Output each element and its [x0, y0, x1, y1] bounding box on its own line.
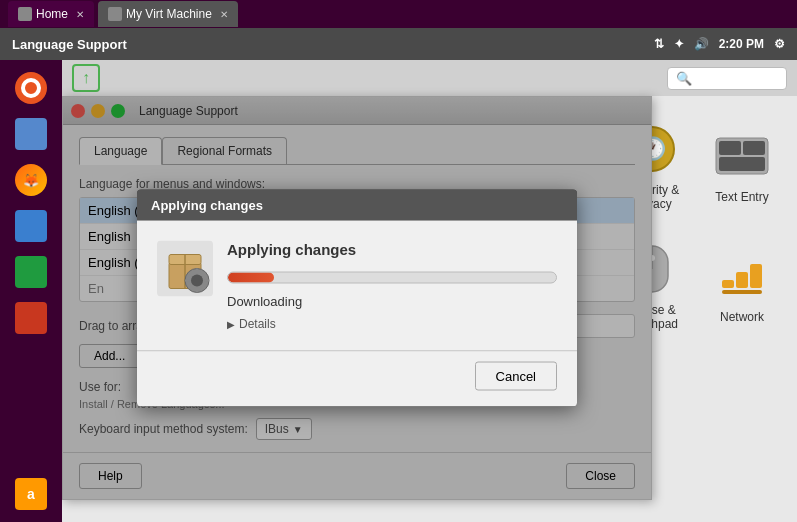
tab-virt[interactable]: My Virt Machine ✕	[98, 1, 238, 27]
sidebar-item-calc[interactable]	[11, 252, 51, 292]
firefox-icon: 🦊	[15, 164, 47, 196]
svg-rect-22	[204, 280, 209, 282]
svg-rect-21	[185, 280, 190, 282]
tab-bar: Home ✕ My Virt Machine ✕	[0, 0, 797, 28]
search-input[interactable]	[696, 71, 778, 85]
svg-rect-9	[722, 280, 734, 288]
sidebar-item-amazon[interactable]: a	[11, 474, 51, 514]
svg-rect-20	[196, 288, 198, 293]
applying-changes-dialog: Applying changes	[137, 190, 577, 407]
svg-rect-3	[719, 141, 741, 155]
sidebar-item-ubuntu[interactable]	[11, 68, 51, 108]
gear-animation-icon	[157, 241, 213, 297]
sidebar-item-firefox[interactable]: 🦊	[11, 160, 51, 200]
applying-dialog-body: Applying changes Downloading ▶ Details	[137, 221, 577, 351]
details-toggle[interactable]: ▶ Details	[227, 317, 557, 331]
settings-area: ↑ 🔍 🕐 Security &Privacy	[62, 60, 797, 522]
settings-top-bar: ↑ 🔍	[62, 60, 797, 96]
svg-rect-19	[196, 269, 198, 274]
clock: 2:20 PM	[719, 37, 764, 51]
search-icon: 🔍	[676, 71, 692, 86]
tab-home[interactable]: Home ✕	[8, 1, 94, 27]
ubuntu-icon	[15, 72, 47, 104]
search-box[interactable]: 🔍	[667, 67, 787, 90]
bluetooth-icon: ✦	[674, 37, 684, 51]
tab-virt-close[interactable]: ✕	[220, 9, 228, 20]
network-icon	[714, 248, 770, 304]
sidebar-item-writer[interactable]	[11, 206, 51, 246]
svg-rect-12	[722, 290, 762, 294]
main-layout: 🦊 a ↑ 🔍	[0, 60, 797, 522]
text-entry-label: Text Entry	[715, 190, 768, 204]
applying-content: Applying changes Downloading ▶ Details	[227, 241, 557, 331]
settings-item-network[interactable]: Network	[697, 226, 787, 346]
tab-home-label: Home	[36, 7, 68, 21]
volume-icon: 🔊	[694, 37, 709, 51]
downloading-status: Downloading	[227, 294, 557, 309]
svg-rect-5	[719, 157, 765, 171]
up-arrow-button[interactable]: ↑	[72, 64, 100, 92]
applying-dialog-title: Applying changes	[151, 198, 263, 213]
system-tray: ⇅ ✦ 🔊 2:20 PM ⚙	[654, 37, 785, 51]
svg-rect-11	[750, 264, 762, 288]
impress-icon	[15, 302, 47, 334]
sidebar-item-files[interactable]	[11, 114, 51, 154]
applying-dialog-heading: Applying changes	[227, 241, 557, 258]
calc-icon	[15, 256, 47, 288]
progress-bar	[227, 272, 557, 284]
network-label: Network	[720, 310, 764, 324]
tab-virt-icon	[108, 7, 122, 21]
cancel-button[interactable]: Cancel	[475, 362, 557, 391]
sidebar: 🦊 a	[0, 60, 62, 522]
details-label: Details	[239, 317, 276, 331]
svg-rect-10	[736, 272, 748, 288]
writer-icon	[15, 210, 47, 242]
files-icon	[15, 118, 47, 150]
progress-bar-fill	[228, 273, 274, 283]
sidebar-item-impress[interactable]	[11, 298, 51, 338]
sort-icon: ⇅	[654, 37, 664, 51]
dialog-overlay: Applying changes	[63, 97, 651, 499]
tab-home-close[interactable]: ✕	[76, 9, 84, 20]
applying-dialog-footer: Cancel	[137, 351, 577, 407]
ubuntu-circle	[21, 78, 41, 98]
tab-home-icon	[18, 7, 32, 21]
svg-rect-4	[743, 141, 765, 155]
svg-point-18	[191, 275, 203, 287]
title-bar: Language Support ⇅ ✦ 🔊 2:20 PM ⚙	[0, 28, 797, 60]
settings-gear-icon[interactable]: ⚙	[774, 37, 785, 51]
settings-item-text-entry[interactable]: Text Entry	[697, 106, 787, 226]
language-support-window: Language Support Language Regional Forma…	[62, 96, 652, 500]
window-title: Language Support	[12, 37, 127, 52]
applying-dialog-titlebar: Applying changes	[137, 190, 577, 221]
tab-virt-label: My Virt Machine	[126, 7, 212, 21]
text-entry-icon	[714, 128, 770, 184]
details-arrow-icon: ▶	[227, 318, 235, 329]
amazon-icon: a	[15, 478, 47, 510]
